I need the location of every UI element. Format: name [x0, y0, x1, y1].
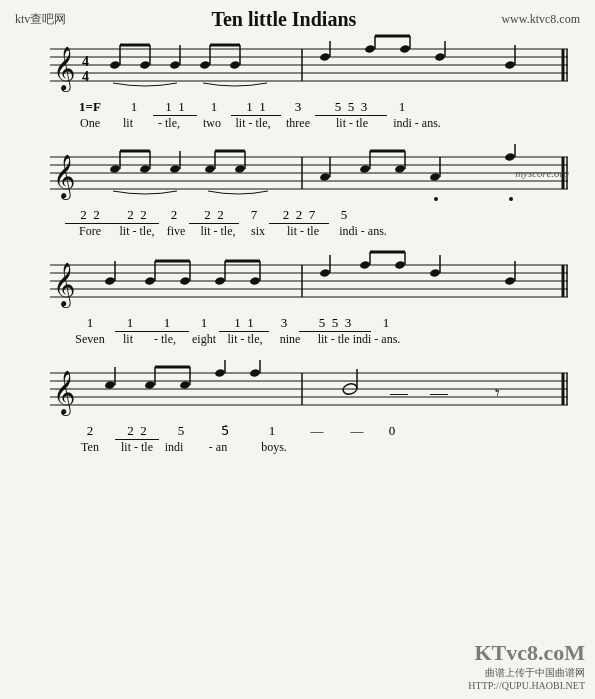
lyrics-row-4: Ten lit - tle indi - an boys.	[20, 440, 575, 455]
note-3-5: 3	[269, 315, 299, 331]
svg-text:𝄞: 𝄞	[53, 370, 75, 417]
lyric-3: - tle,	[141, 116, 197, 131]
page: ktv查吧网 Ten little Indians www.ktvc8.com …	[0, 0, 595, 699]
lyric-4-1: Ten	[65, 440, 115, 455]
note-2-2: 2 2	[115, 207, 159, 224]
lyric-4: two	[197, 116, 227, 131]
music-row-2: 𝄞	[20, 139, 575, 239]
bottom-watermark: KTvc8.coM 曲谱上传于中国曲谱网HTTP://QUPU.HAOBI.NE…	[468, 640, 585, 691]
note-3: 1	[197, 99, 231, 115]
lyric-8: indi - ans.	[387, 116, 447, 131]
notation-numbers-3: 1 1 1 1 1 1 3 5 5 3 1	[20, 315, 575, 332]
note-4-2: 2 2	[115, 423, 159, 440]
lyric-3-2: lit	[115, 332, 141, 347]
lyric-3-5: lit - tle,	[219, 332, 271, 347]
svg-point-86	[249, 276, 260, 285]
lyric-3-6: nine	[271, 332, 309, 347]
staff-svg-4: 𝄞	[20, 355, 575, 425]
svg-point-98	[504, 276, 515, 285]
note-7: 1	[387, 99, 417, 115]
note-6: 5 5 3	[315, 99, 387, 116]
note-2-6: 2 2 7	[269, 207, 329, 224]
staff-svg-3: 𝄞	[20, 247, 575, 317]
svg-point-111	[144, 380, 155, 389]
note-2-4: 2 2	[189, 207, 239, 224]
note-2-3: 2	[159, 207, 189, 223]
lyric-4-2: lit - tle	[115, 440, 159, 455]
lyric-2-3: five	[159, 224, 193, 239]
svg-point-67	[509, 197, 513, 201]
svg-point-11	[109, 60, 120, 69]
svg-text:—: —	[389, 383, 409, 403]
svg-point-109	[104, 380, 115, 389]
lyric-3-7: lit - tle indi - ans.	[309, 332, 409, 347]
staff-section-2: 𝄞	[0, 139, 595, 239]
svg-point-25	[364, 44, 375, 53]
svg-point-45	[139, 164, 150, 173]
watermark-line1: KTvc8.coM	[468, 640, 585, 666]
svg-point-89	[319, 268, 330, 277]
lyrics-row-2: Fore lit - tle, five lit - tle, six lit …	[20, 224, 575, 239]
note-4-7: —	[337, 423, 377, 439]
svg-text:𝄞: 𝄞	[53, 46, 75, 93]
svg-point-96	[429, 268, 440, 277]
note-5: 3	[281, 99, 315, 115]
lyrics-row-1: One lit - tle, two lit - tle, three lit …	[20, 116, 575, 131]
note-4-1: 2	[65, 423, 115, 439]
svg-text:4: 4	[82, 54, 89, 69]
svg-point-59	[394, 164, 405, 173]
site-left: ktv查吧网	[15, 11, 66, 28]
lyric-3-4: eight	[189, 332, 219, 347]
notation-numbers-1: 1=F 1 1 1 1 1 1 3 5 5 3 1	[20, 99, 575, 116]
lyric-2-5: six	[243, 224, 273, 239]
lyric-7: lit - tle	[317, 116, 387, 131]
note-4: 1 1	[231, 99, 281, 116]
note-3-3: 1	[189, 315, 219, 331]
note-2: 1 1	[153, 99, 197, 116]
svg-point-113	[179, 380, 190, 389]
svg-point-55	[319, 172, 330, 181]
lyric-6: three	[279, 116, 317, 131]
watermark-line2: 曲谱上传于中国曲谱网HTTP://QUPU.HAOBI.NET	[468, 666, 585, 691]
lyric-4-4: - an	[189, 440, 247, 455]
lyric-2-4: lit - tle,	[193, 224, 243, 239]
svg-point-62	[429, 172, 440, 181]
lyrics-row-3: Seven lit - tle, eight lit - tle, nine l…	[20, 332, 575, 347]
note-4-3: 5	[159, 423, 203, 439]
site-right: www.ktvc8.com	[501, 12, 580, 27]
staff-section-1: 𝄞 4 4	[0, 31, 595, 131]
header: ktv查吧网 Ten little Indians www.ktvc8.com	[0, 0, 595, 31]
key-label: 1=F	[65, 99, 115, 115]
music-row-1: 𝄞 4 4	[20, 31, 575, 131]
note-4-4: 5̇	[203, 423, 247, 439]
note-3-1: 1	[115, 315, 145, 332]
svg-point-30	[434, 52, 445, 61]
staff-section-3: 𝄞	[0, 247, 595, 347]
lyric-2-7: indi - ans.	[333, 224, 393, 239]
music-row-4: 𝄞	[20, 355, 575, 455]
lyric-4-5: boys.	[247, 440, 301, 455]
svg-point-13	[139, 60, 150, 69]
svg-point-52	[234, 164, 245, 173]
svg-point-77	[104, 276, 115, 285]
svg-text:—: —	[429, 383, 449, 403]
svg-point-16	[169, 60, 180, 69]
note-3-0: 1	[65, 315, 115, 331]
note-2-1: 2 2	[65, 207, 115, 224]
svg-point-116	[214, 368, 225, 377]
note-4-6: —	[297, 423, 337, 439]
notation-numbers-4: 2 2 2 5 5̇ 1 — — 0	[20, 423, 575, 440]
note-3-7: 1	[371, 315, 401, 331]
svg-point-84	[214, 276, 225, 285]
svg-point-43	[109, 164, 120, 173]
svg-point-57	[359, 164, 370, 173]
note-2-5: 7	[239, 207, 269, 223]
notation-numbers-2: 2 2 2 2 2 2 2 7 2 2 7 5	[20, 207, 575, 224]
lyric-4-3: indi	[159, 440, 189, 455]
lyric-1: One	[65, 116, 115, 131]
lyric-3-3: - tle,	[141, 332, 189, 347]
svg-point-93	[394, 260, 405, 269]
watermark: myscore.org	[515, 167, 569, 179]
svg-point-18	[199, 60, 210, 69]
svg-point-48	[169, 164, 180, 173]
